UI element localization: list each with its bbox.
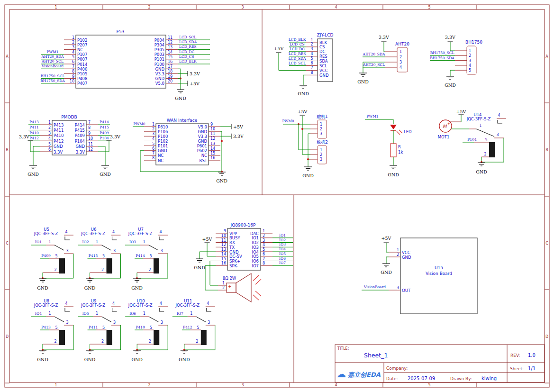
led-label: LED: [404, 129, 412, 134]
gnd-label: GND: [131, 357, 143, 362]
net-label: LCD_DC: [290, 47, 305, 51]
title-block[interactable]: TITLE: Sheet_1 REV: 1.0 Company: Sheet: …: [335, 345, 545, 383]
gnd-label: GND: [476, 169, 487, 174]
pin-number: 5: [102, 254, 105, 258]
relays-row1[interactable]: U5 JQC-3FF-S-Z 4 IO1 1 3 5 P409 2: [31, 227, 168, 291]
net-label: BH1750_SCL: [41, 74, 65, 78]
component-part: JQC-3FF-S-Z: [128, 303, 153, 308]
pin-number: 4: [498, 113, 500, 118]
component-speaker[interactable]: 8Ω 2W 1 2 +: [218, 273, 261, 302]
net-label: P411: [89, 325, 98, 329]
net-label: P104: [100, 136, 109, 140]
pin-name: V5.0: [198, 125, 207, 129]
component-name: Vision Board: [426, 271, 452, 276]
component-u15-vision-board[interactable]: U15 Vision Board 1 VCC 2 GND 3 OUT +5V G…: [362, 236, 477, 314]
pin-name: IO4: [252, 250, 259, 255]
pin-number: 4: [48, 137, 51, 141]
net-label: PWM1: [366, 114, 378, 119]
component-zjy-lcd[interactable]: ZJY-LCD LCD_BLK 1 BLK LCD_CS 2 CS LCD_DC…: [274, 33, 334, 96]
pin-name: TX: [229, 245, 235, 250]
pin-number: 15: [221, 257, 226, 261]
pin-name: IO1: [252, 236, 259, 240]
gnd-symbol: [382, 264, 390, 267]
power-label: +5V: [381, 236, 391, 241]
pin-name: GND: [402, 255, 411, 260]
pin-number: 16: [221, 261, 226, 265]
pin-name: DC: [319, 49, 326, 54]
servo-wiring: PWM0 +5V GND: [282, 109, 314, 178]
pin-number: 17: [168, 64, 173, 69]
pin-number: 1: [96, 240, 98, 244]
relays-row2[interactable]: U8 JQC-3FF-S-Z 4 IO4 1 3 5 P413 2: [31, 299, 215, 362]
pin-number: 5: [485, 138, 487, 142]
component-wan-interface[interactable]: WAN Interface PWM0 1 P610 2 P106 3 P100: [133, 118, 244, 183]
component-e53[interactable]: E53 1 P102 2 P207 3 NC: [40, 29, 210, 101]
pin-number: 2: [54, 268, 56, 272]
power-label: +5V: [274, 46, 284, 51]
component-part: JQC-3FF-S-Z: [34, 303, 58, 308]
pin-number: 4: [469, 64, 471, 68]
pin-number: 1: [222, 281, 225, 285]
pin-name: RX: [229, 240, 235, 245]
gnd-label: GND: [298, 91, 309, 96]
pin-number: 14: [168, 50, 173, 55]
company-label: Company:: [386, 366, 408, 371]
pin-name: V3.3: [198, 134, 207, 139]
pin-number: 9: [210, 122, 213, 127]
pin-number: 3: [320, 132, 322, 136]
pin-number: 3: [496, 133, 499, 137]
component-part: JQC-3FF-S-Z: [128, 231, 153, 236]
pin-number: 4: [263, 243, 265, 247]
component-title: AHT20: [395, 42, 409, 46]
pin-name: BUSY: [229, 236, 240, 240]
pin-number: 3: [397, 286, 399, 290]
component-led-circuit[interactable]: PWM1 LED R 1k GND: [365, 114, 412, 177]
pin-number: 11: [210, 132, 215, 136]
pin-name: IO7: [252, 264, 259, 268]
component-bh1750[interactable]: BH1750 1 BH1750_SCL 2 BH1750_SDA 3: [430, 35, 482, 88]
power-label: 3.3V: [445, 35, 455, 40]
net-label: LCD_RES: [289, 52, 306, 56]
motor-letter: M: [443, 124, 447, 129]
component-u14-relay-motor[interactable]: U14 JQC-3FF-S-Z 4 M + MOT1 +5V 1 3 5 P10…: [438, 109, 506, 174]
net-label: AHT20_SDA: [41, 55, 64, 59]
pin-number: 5: [152, 142, 154, 146]
speaker-rating: 8Ω 2W: [223, 276, 236, 281]
pin-name: IO6: [252, 259, 259, 264]
frame-row-right: A: [545, 55, 548, 59]
schematic-canvas[interactable]: 1 1 2 2 3 3 4 4 5 5: [0, 0, 554, 392]
gnd-symbol: [86, 350, 94, 354]
jq8900-power-wiring: +5V GND: [194, 237, 218, 290]
pin-name: P409: [75, 133, 85, 138]
pin-number: 2: [469, 54, 471, 58]
net-label: IO3: [129, 240, 136, 244]
component-jq8900[interactable]: JQ8900-16P 9 VPP 10 BUSY 11 RX 12 TX 1: [194, 223, 293, 290]
pin-name: GND: [198, 139, 208, 144]
pin-number: 2: [400, 55, 402, 59]
pin-number: 3: [152, 132, 154, 136]
gnd-label: GND: [100, 172, 111, 177]
relay-coil: [154, 258, 159, 273]
power-label: +5V: [298, 109, 308, 114]
pin-name: P104: [75, 139, 85, 144]
component-title: E53: [116, 29, 124, 34]
pmodb-power-wiring: 3.3V GND 3.3V GND: [19, 134, 120, 177]
gnd-symbol: [181, 350, 188, 354]
net-label: AHT20_SCL: [363, 63, 385, 67]
component-aht20[interactable]: AHT20 1 AHT20_SDA 2 3 AHT20_SCL: [357, 35, 409, 84]
pin-number: 3: [66, 320, 68, 325]
gnd-label: GND: [27, 172, 39, 177]
pin-name: SPK+: [229, 259, 240, 264]
relay-coil: [201, 330, 207, 345]
pin-number: 5: [469, 68, 471, 73]
logo-cloud-icon: ☁: [336, 368, 346, 380]
net-label: IO5: [279, 252, 286, 256]
net-label: VisionBoard: [363, 285, 386, 289]
gnd-symbol: [86, 279, 94, 282]
title-label: TITLE:: [337, 346, 349, 351]
pin-number: 11: [221, 238, 226, 243]
pin-number: 2: [149, 339, 151, 344]
component-servos[interactable]: 舵机1 1 2 3 舵机2 1 2 3 PWM0 +5V: [282, 109, 327, 178]
component-pmodb[interactable]: PMODB P413 1 P413 P411 2 P411 P410 3 P41…: [19, 115, 120, 177]
motor-plus: +: [447, 122, 450, 126]
